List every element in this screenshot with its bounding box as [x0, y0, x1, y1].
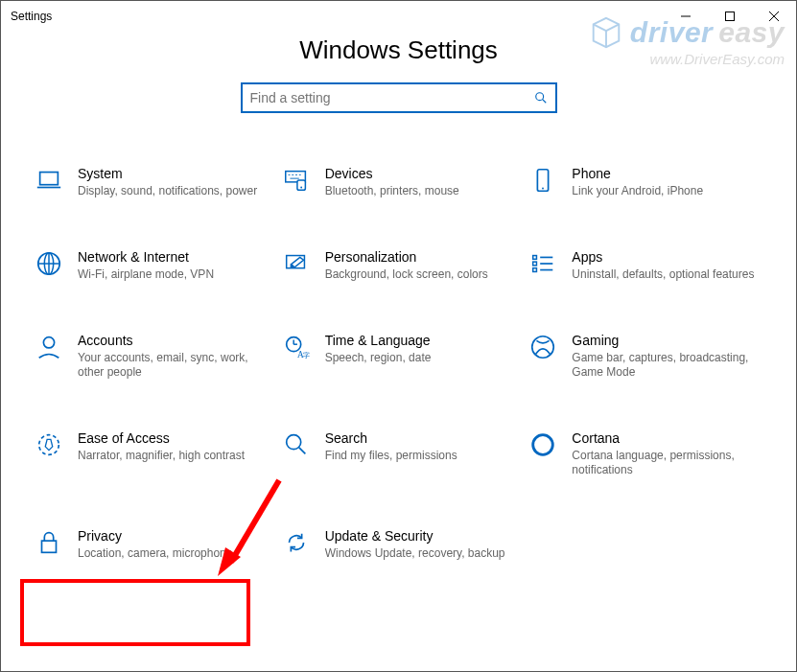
tile-desc: Location, camera, microphone [78, 546, 232, 561]
svg-point-25 [290, 265, 293, 268]
tile-desc: Cortana language, permissions, notificat… [572, 449, 756, 477]
tile-apps[interactable]: Apps Uninstall, defaults, optional featu… [527, 244, 763, 286]
tile-title: Cortana [572, 429, 756, 447]
tile-system[interactable]: System Display, sound, notifications, po… [34, 161, 270, 202]
svg-point-17 [300, 187, 302, 189]
tile-desc: Uninstall, defaults, optional features [572, 267, 754, 282]
tile-personalization[interactable]: Personalization Background, lock screen,… [281, 244, 517, 286]
tile-gaming[interactable]: Gaming Game bar, captures, broadcasting,… [527, 328, 763, 383]
tile-desc: Background, lock screen, colors [325, 267, 488, 282]
svg-rect-16 [297, 180, 305, 190]
sync-icon [281, 527, 312, 558]
phone-icon [527, 165, 558, 196]
maximize-button[interactable] [708, 1, 752, 32]
clock-language-icon: A字 [281, 332, 312, 362]
tile-desc: Display, sound, notifications, power [78, 184, 257, 198]
tile-title: Network & Internet [78, 248, 214, 266]
tile-title: Gaming [572, 332, 756, 349]
globe-icon [34, 248, 64, 279]
settings-grid: System Display, sound, notifications, po… [1, 161, 796, 565]
lock-icon [34, 527, 64, 558]
tile-search[interactable]: Search Find my files, permissions [281, 426, 517, 481]
tile-time[interactable]: A字 Time & Language Speech, region, date [281, 328, 517, 383]
list-icon [527, 248, 558, 279]
svg-rect-28 [533, 262, 537, 266]
tile-desc: Find my files, permissions [325, 449, 457, 463]
svg-point-38 [532, 336, 554, 359]
keyboard-icon [281, 165, 312, 196]
tile-title: Devices [325, 165, 459, 182]
tile-title: Personalization [325, 248, 488, 266]
search-icon [534, 91, 548, 104]
xbox-icon [527, 332, 558, 362]
svg-rect-26 [533, 256, 537, 260]
tile-title: System [78, 165, 257, 182]
svg-rect-43 [42, 541, 57, 552]
svg-text:字: 字 [302, 352, 309, 359]
tile-desc: Link your Android, iPhone [572, 184, 703, 198]
tile-title: Phone [572, 165, 703, 182]
close-button[interactable] [752, 1, 796, 32]
tile-accounts[interactable]: Accounts Your accounts, email, sync, wor… [34, 328, 270, 383]
tile-desc: Bluetooth, printers, mouse [325, 184, 459, 198]
tile-desc: Your accounts, email, sync, work, other … [78, 351, 262, 380]
tile-desc: Windows Update, recovery, backup [325, 546, 505, 561]
svg-point-32 [43, 337, 54, 348]
svg-point-39 [39, 435, 59, 455]
tile-desc: Wi-Fi, airplane mode, VPN [78, 267, 214, 282]
page-title: Windows Settings [1, 35, 796, 65]
tile-title: Update & Security [325, 527, 505, 545]
tile-desc: Game bar, captures, broadcasting, Game M… [572, 351, 756, 380]
tile-title: Apps [572, 248, 754, 266]
tile-privacy[interactable]: Privacy Location, camera, microphone [34, 523, 270, 565]
svg-rect-1 [726, 12, 735, 21]
svg-point-19 [542, 188, 544, 190]
tile-devices[interactable]: Devices Bluetooth, printers, mouse [281, 161, 517, 202]
tile-phone[interactable]: Phone Link your Android, iPhone [527, 161, 763, 202]
window-title: Settings [11, 10, 52, 23]
person-icon [34, 332, 64, 362]
tile-title: Privacy [78, 527, 232, 545]
tile-title: Accounts [78, 332, 262, 349]
window-controls [664, 1, 796, 32]
svg-line-7 [542, 100, 546, 104]
annotation-highlight [20, 579, 250, 646]
tile-update[interactable]: Update & Security Windows Update, recove… [281, 523, 517, 565]
accessibility-icon [34, 429, 64, 460]
brush-icon [281, 248, 312, 279]
search-container [1, 82, 796, 113]
svg-point-42 [533, 435, 553, 455]
svg-rect-8 [40, 173, 59, 185]
tile-title: Ease of Access [78, 429, 245, 447]
search-box[interactable] [241, 82, 557, 113]
svg-point-40 [286, 435, 300, 450]
svg-point-6 [535, 93, 543, 101]
tile-title: Time & Language [325, 332, 432, 349]
cortana-icon [527, 429, 558, 460]
tile-title: Search [325, 429, 457, 447]
svg-rect-30 [533, 268, 537, 272]
tile-ease-of-access[interactable]: Ease of Access Narrator, magnifier, high… [34, 426, 270, 481]
titlebar: Settings [1, 1, 796, 32]
svg-line-41 [298, 448, 305, 454]
search-input[interactable] [250, 90, 534, 105]
magnifier-icon [281, 429, 312, 460]
laptop-icon [34, 165, 64, 196]
tile-network[interactable]: Network & Internet Wi-Fi, airplane mode,… [34, 244, 270, 286]
tile-desc: Speech, region, date [325, 351, 432, 365]
tile-desc: Narrator, magnifier, high contrast [78, 449, 245, 463]
tile-cortana[interactable]: Cortana Cortana language, permissions, n… [527, 426, 763, 481]
minimize-button[interactable] [664, 1, 708, 32]
